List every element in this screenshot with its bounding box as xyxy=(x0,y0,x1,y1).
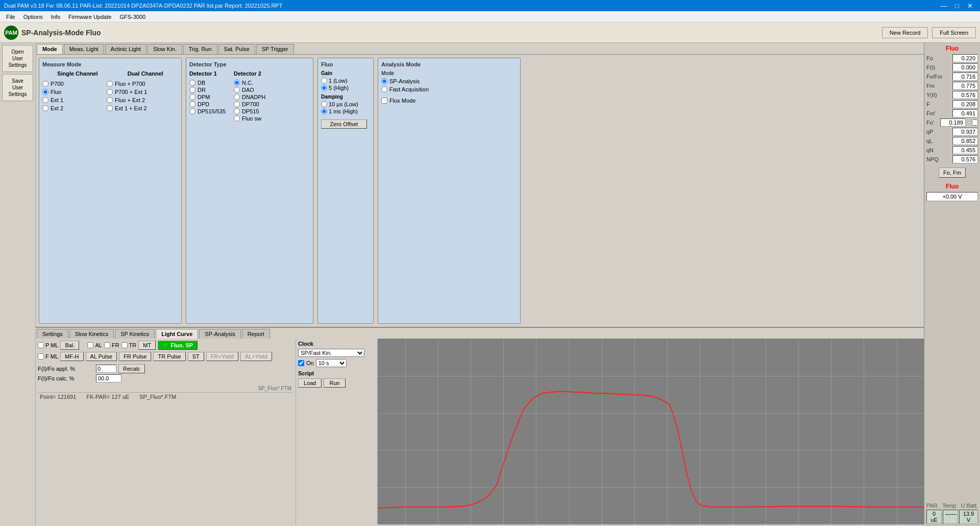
fr-checkbox[interactable] xyxy=(104,342,110,348)
menu-firmware[interactable]: Firmware Update xyxy=(64,13,115,21)
btab-slow-kinetics[interactable]: Slow Kinetics xyxy=(69,329,114,339)
measure-mode-header: Single Channel Dual Channel xyxy=(42,70,178,77)
fr-yield-button[interactable]: FR+Yield xyxy=(206,352,238,361)
btab-sp-analysis[interactable]: SP-Analysis xyxy=(199,329,240,339)
flux-mode-checkbox[interactable] xyxy=(381,98,387,104)
pml-checkbox[interactable] xyxy=(38,342,44,348)
minimize-button[interactable]: — xyxy=(937,2,950,10)
run-button[interactable]: Run xyxy=(324,378,345,388)
clock-time-select[interactable]: 10 s xyxy=(316,359,347,367)
fo-label: Fo xyxy=(926,55,933,61)
ql-value: 0.852 xyxy=(952,137,978,145)
title-text: Dual PAM v3.18 Fw: 08.06.11 PAR-List: 20… xyxy=(4,3,282,9)
tab-sp-trigger[interactable]: SP Trigger xyxy=(256,44,294,54)
st-button[interactable]: ST xyxy=(188,352,204,361)
fr-pulse-button[interactable]: FR Pulse xyxy=(119,352,151,361)
fi-fo-calc-input[interactable] xyxy=(96,374,121,382)
maximize-button[interactable]: □ xyxy=(952,2,962,10)
fluo-sp-button[interactable]: Fluo. SP xyxy=(158,341,198,350)
btab-light-curve[interactable]: Light Curve xyxy=(156,329,198,339)
chart-area: -200 -100 0 100 200 300 400 500 600 700 … xyxy=(378,339,924,524)
tab-meas-light[interactable]: Meas. Light xyxy=(64,44,104,54)
btab-settings[interactable]: Settings xyxy=(37,329,68,339)
al-yield-button[interactable]: AL+Yield xyxy=(240,352,272,361)
det1-title: Detector 1 xyxy=(189,70,226,77)
radio-dpd[interactable] xyxy=(189,101,195,107)
clock-on-label: On xyxy=(306,360,314,366)
radio-dp515-535[interactable] xyxy=(189,108,195,114)
ubatt-header-label: U Batt. xyxy=(961,503,978,509)
radio-damp-high[interactable] xyxy=(321,108,327,114)
radio-p700-ext1[interactable] xyxy=(107,89,113,95)
fullscreen-button[interactable]: Full Screen xyxy=(932,27,976,38)
right-fluo-title: Fluo xyxy=(926,45,978,52)
tab-mode[interactable]: Mode xyxy=(37,44,63,54)
radio-sp-analysis[interactable] xyxy=(381,78,387,84)
radio-dao[interactable] xyxy=(234,87,240,93)
clock-mode-select[interactable]: SP/Fast Kin. xyxy=(298,349,364,357)
radio-db[interactable] xyxy=(189,80,195,86)
menu-file[interactable]: File xyxy=(2,13,19,21)
single-channel-label: Single Channel xyxy=(57,70,97,77)
radio-fluo-p700[interactable] xyxy=(107,81,113,87)
bal-button[interactable]: Bal. xyxy=(60,341,79,350)
menu-gfs[interactable]: GFS-3000 xyxy=(115,13,150,21)
content-area: Mode Meas. Light Actinic Light Slow Kin.… xyxy=(36,43,924,526)
mt-button[interactable]: MT xyxy=(138,341,156,350)
mfh-button[interactable]: MF-H xyxy=(60,352,84,361)
zero-offset-button[interactable]: Zero Offset xyxy=(321,119,367,129)
al-pulse-button[interactable]: AL Pulse xyxy=(86,352,117,361)
tr-label: TR xyxy=(129,342,137,348)
radio-ext1[interactable] xyxy=(42,97,48,103)
damping-section: Damping 10 µs (Low) 1 ms (High) xyxy=(321,94,370,114)
close-button[interactable]: ✕ xyxy=(964,2,976,10)
radio-fluo-sw[interactable] xyxy=(234,115,240,122)
fo2-checkbox[interactable] xyxy=(972,119,978,126)
f-value: 0.208 xyxy=(952,100,978,108)
main-area: OpenUserSettings SaveUserSettings Mode M… xyxy=(0,43,980,526)
radio-dpm[interactable] xyxy=(189,94,195,100)
recalc-button[interactable]: Recalc xyxy=(118,364,145,373)
radio-dr[interactable] xyxy=(189,87,195,93)
radio-damp-low[interactable] xyxy=(321,101,327,107)
bottom-content: P ML Bal. AL FR TR MT Fluo. SP xyxy=(36,339,924,524)
menubar: File Options Info Firmware Update GFS-30… xyxy=(0,11,980,22)
new-record-button[interactable]: New Record xyxy=(882,27,928,38)
gain-section: Gain 1 (Low) 5 (High) xyxy=(321,70,370,91)
radio-dp700[interactable] xyxy=(234,101,240,107)
menu-options[interactable]: Options xyxy=(19,13,47,21)
ubatt-value: 13.9 V xyxy=(959,510,978,524)
radio-fluo-ext2[interactable] xyxy=(107,97,113,103)
radio-ext2[interactable] xyxy=(42,105,48,111)
pml-label: P ML xyxy=(45,342,58,348)
al-checkbox[interactable] xyxy=(87,342,93,348)
radio-fluo[interactable] xyxy=(42,89,48,95)
tab-sat-pulse[interactable]: Sat. Pulse xyxy=(218,44,255,54)
tr-pulse-button[interactable]: TR Pulse xyxy=(153,352,185,361)
fml-checkbox[interactable] xyxy=(38,353,44,360)
radio-gain-high[interactable] xyxy=(321,85,327,91)
fi-value: 0.000 xyxy=(952,63,978,71)
radio-fast-acquisition[interactable] xyxy=(381,86,387,92)
tr-checkbox[interactable] xyxy=(121,342,128,348)
tab-slow-kin[interactable]: Slow Kin. xyxy=(148,44,182,54)
radio-gain-low[interactable] xyxy=(321,78,327,84)
clock-on-checkbox[interactable] xyxy=(298,360,304,366)
tab-trig-run[interactable]: Trig. Run xyxy=(183,44,217,54)
radio-nc[interactable] xyxy=(234,80,240,86)
menu-info[interactable]: Info xyxy=(47,13,64,21)
radio-p700[interactable] xyxy=(42,81,48,87)
load-button[interactable]: Load xyxy=(298,378,322,388)
open-user-settings-button[interactable]: OpenUserSettings xyxy=(2,45,33,72)
tab-actinic-light[interactable]: Actinic Light xyxy=(105,44,146,54)
radio-dnadph[interactable] xyxy=(234,94,240,100)
fi-fo-appl-input[interactable] xyxy=(96,365,116,373)
save-user-settings-button[interactable]: SaveUserSettings xyxy=(2,74,33,101)
radio-dp515[interactable] xyxy=(234,108,240,114)
det1-col: Detector 1 DB DR DPM DPD DP515/535 xyxy=(189,70,226,122)
mm-row-1: Fluo P700 + Ext 1 xyxy=(42,89,178,95)
fo-fm-button[interactable]: Fo, Fm xyxy=(939,168,966,178)
btab-report[interactable]: Report xyxy=(242,329,270,339)
btab-sp-kinetics[interactable]: SP Kinetics xyxy=(115,329,155,339)
radio-ext1-ext2[interactable] xyxy=(107,105,113,111)
